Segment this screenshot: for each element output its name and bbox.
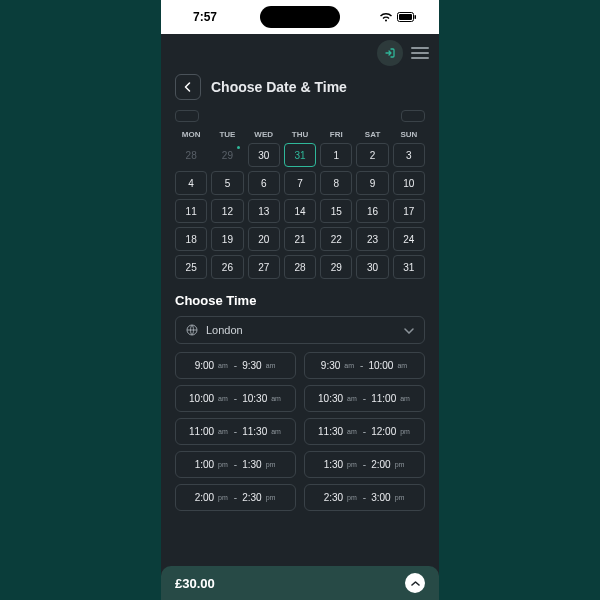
choose-time-title: Choose Time [161,287,439,316]
time-slot[interactable]: 10:30am-11:00am [304,385,425,412]
dow-label: MON [175,130,207,139]
dow-label: THU [284,130,316,139]
calendar-day[interactable]: 31 [393,255,425,279]
dow-label: FRI [320,130,352,139]
calendar-day[interactable]: 30 [248,143,280,167]
menu-icon[interactable] [411,47,429,59]
time-slot[interactable]: 10:00am-10:30am [175,385,296,412]
next-month-stub[interactable] [401,110,425,122]
dow-label: WED [248,130,280,139]
price-label: £30.00 [175,576,215,591]
calendar-day[interactable]: 4 [175,171,207,195]
calendar-day[interactable]: 26 [211,255,243,279]
calendar-day[interactable]: 1 [320,143,352,167]
phone-frame: 7:57 Choose Date & Time MONTUEWEDTHUFRIS… [161,0,439,600]
calendar-day[interactable]: 3 [393,143,425,167]
calendar-day[interactable]: 6 [248,171,280,195]
chevron-down-icon [404,324,414,336]
calendar-day[interactable]: 24 [393,227,425,251]
calendar-day[interactable]: 9 [356,171,388,195]
event-dot [237,146,240,149]
calendar-day[interactable]: 5 [211,171,243,195]
time-slot[interactable]: 9:30am-10:00am [304,352,425,379]
page-title: Choose Date & Time [211,79,347,95]
calendar-day[interactable]: 2 [356,143,388,167]
calendar-day[interactable]: 17 [393,199,425,223]
prev-month-stub[interactable] [175,110,199,122]
time-slot[interactable]: 11:00am-11:30am [175,418,296,445]
calendar-day[interactable]: 22 [320,227,352,251]
back-button[interactable] [175,74,201,100]
calendar-day[interactable]: 30 [356,255,388,279]
calendar-day[interactable]: 19 [211,227,243,251]
price-footer[interactable]: £30.00 [161,566,439,600]
globe-icon [186,324,198,336]
calendar-day[interactable]: 10 [393,171,425,195]
login-icon[interactable] [377,40,403,66]
status-bar: 7:57 [161,0,439,34]
dow-label: TUE [211,130,243,139]
calendar-grid: 2829303112345678910111213141516171819202… [161,141,439,287]
calendar-day[interactable]: 18 [175,227,207,251]
calendar-day[interactable]: 16 [356,199,388,223]
calendar-day[interactable]: 12 [211,199,243,223]
calendar-day[interactable]: 28 [284,255,316,279]
month-nav-stub [161,110,439,126]
calendar-day[interactable]: 29 [320,255,352,279]
dow-label: SUN [393,130,425,139]
svg-rect-1 [399,14,412,20]
calendar-day[interactable]: 27 [248,255,280,279]
calendar-day[interactable]: 25 [175,255,207,279]
time-slot[interactable]: 11:30am-12:00pm [304,418,425,445]
timezone-select[interactable]: London [175,316,425,344]
dow-row: MONTUEWEDTHUFRISATSUN [161,126,439,141]
time-slot[interactable]: 1:00pm-1:30pm [175,451,296,478]
calendar-day[interactable]: 29 [211,143,243,167]
header: Choose Date & Time [161,70,439,110]
calendar-day[interactable]: 15 [320,199,352,223]
status-icons [379,12,417,22]
calendar-day[interactable]: 8 [320,171,352,195]
calendar-day[interactable]: 14 [284,199,316,223]
calendar-day[interactable]: 11 [175,199,207,223]
calendar-day[interactable]: 7 [284,171,316,195]
status-time: 7:57 [193,10,217,24]
expand-button[interactable] [405,573,425,593]
wifi-icon [379,12,393,22]
calendar-day[interactable]: 20 [248,227,280,251]
calendar-day[interactable]: 28 [175,143,207,167]
calendar-day[interactable]: 21 [284,227,316,251]
battery-icon [397,12,417,22]
top-actions [161,34,439,70]
time-slot[interactable]: 1:30pm-2:00pm [304,451,425,478]
time-slot[interactable]: 2:00pm-2:30pm [175,484,296,511]
app-screen: Choose Date & Time MONTUEWEDTHUFRISATSUN… [161,34,439,600]
dow-label: SAT [356,130,388,139]
time-slots: 9:00am-9:30am9:30am-10:00am10:00am-10:30… [161,352,439,511]
calendar-day[interactable]: 23 [356,227,388,251]
calendar-day[interactable]: 31 [284,143,316,167]
notch [260,6,340,28]
calendar-day[interactable]: 13 [248,199,280,223]
time-slot[interactable]: 9:00am-9:30am [175,352,296,379]
svg-rect-2 [415,15,417,19]
timezone-label: London [206,324,243,336]
time-slot[interactable]: 2:30pm-3:00pm [304,484,425,511]
